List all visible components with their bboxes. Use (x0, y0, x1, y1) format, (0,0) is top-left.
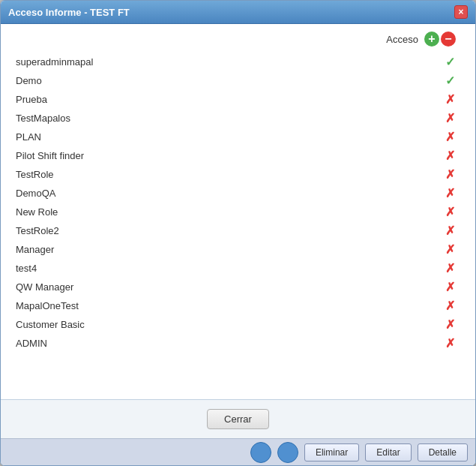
dialog-footer: Cerrar (1, 399, 475, 438)
detalle-button[interactable]: Detalle (418, 443, 468, 461)
table-header: Acceso + − (16, 32, 460, 50)
role-name: Pilot Shift finder (16, 150, 439, 161)
access-status-icon: ✗ (439, 167, 460, 182)
table-row: MapalOneTest✗ (16, 296, 460, 315)
table-row: Pilot Shift finder✗ (16, 146, 460, 165)
table-row: Customer Basic✗ (16, 315, 460, 334)
access-status-icon: ✗ (439, 242, 460, 257)
access-status-icon: ✗ (439, 299, 460, 313)
bottom-blue-btn-2[interactable] (277, 442, 298, 463)
access-status-icon: ✗ (439, 205, 460, 219)
close-button[interactable]: × (454, 5, 468, 19)
access-status-icon: ✗ (439, 317, 460, 332)
access-status-icon: ✗ (439, 261, 460, 275)
table-row: Demo✓ (16, 71, 460, 90)
cross-icon: ✗ (445, 149, 455, 162)
role-name: Customer Basic (16, 319, 439, 330)
cross-icon: ✗ (445, 224, 455, 237)
editar-button[interactable]: Editar (365, 443, 411, 461)
role-name: TestMapalos (16, 113, 439, 124)
table-row: TestMapalos✗ (16, 109, 460, 128)
roles-list: superadminmapal✓Demo✓Prueba✗TestMapalos✗… (16, 53, 460, 353)
table-row: Prueba✗ (16, 90, 460, 109)
cross-icon: ✗ (445, 206, 455, 218)
table-row: ADMIN✗ (16, 334, 460, 353)
cerrar-button[interactable]: Cerrar (207, 409, 269, 429)
bottom-bar: Eliminar Editar Detalle (1, 438, 475, 465)
access-status-icon: ✗ (439, 336, 460, 350)
cross-icon: ✗ (445, 112, 455, 125)
role-name: Prueba (16, 94, 439, 105)
role-name: Demo (16, 75, 439, 86)
remove-access-button[interactable]: − (441, 32, 456, 47)
bottom-blue-btn-1[interactable] (250, 442, 271, 463)
cross-icon: ✗ (445, 187, 455, 200)
add-access-button[interactable]: + (424, 32, 439, 47)
access-status-icon: ✗ (439, 149, 460, 163)
role-name: DemoQA (16, 188, 439, 199)
access-status-icon: ✗ (439, 280, 460, 294)
table-row: New Role✗ (16, 203, 460, 221)
role-name: test4 (16, 263, 439, 274)
access-status-icon: ✗ (439, 186, 460, 200)
access-status-icon: ✗ (439, 130, 460, 144)
access-status-icon: ✓ (439, 55, 460, 69)
table-row: QW Manager✗ (16, 278, 460, 296)
cross-icon: ✗ (445, 131, 455, 143)
dialog-title: Acceso Informe - TEST FT (8, 7, 130, 18)
acceso-label: Acceso (386, 34, 418, 45)
role-name: PLAN (16, 131, 439, 143)
table-row: superadminmapal✓ (16, 53, 460, 71)
eliminar-button[interactable]: Eliminar (304, 443, 359, 461)
role-name: TestRole2 (16, 225, 439, 236)
role-name: New Role (16, 206, 439, 218)
cross-icon: ✗ (445, 243, 455, 256)
access-status-icon: ✓ (439, 74, 460, 88)
role-name: superadminmapal (16, 56, 439, 68)
table-row: PLAN✗ (16, 128, 460, 146)
cross-icon: ✗ (445, 281, 455, 293)
check-icon: ✓ (445, 56, 455, 68)
dialog-container: Acceso Informe - TEST FT × Acceso + − su… (0, 0, 476, 466)
cross-icon: ✗ (445, 168, 455, 181)
role-name: TestRole (16, 169, 439, 180)
role-name: ADMIN (16, 338, 439, 349)
table-row: TestRole2✗ (16, 221, 460, 240)
cross-icon: ✗ (445, 93, 455, 106)
table-row: DemoQA✗ (16, 184, 460, 203)
access-status-icon: ✗ (439, 92, 460, 107)
cross-icon: ✗ (445, 337, 455, 350)
cross-icon: ✗ (445, 299, 455, 312)
table-row: test4✗ (16, 259, 460, 278)
role-name: QW Manager (16, 281, 439, 293)
table-row: Manager✗ (16, 240, 460, 259)
check-icon: ✓ (445, 74, 455, 87)
access-status-icon: ✗ (439, 111, 460, 125)
cross-icon: ✗ (445, 318, 455, 331)
table-row: TestRole✗ (16, 165, 460, 184)
access-status-icon: ✗ (439, 224, 460, 238)
dialog-titlebar: Acceso Informe - TEST FT × (1, 1, 475, 24)
role-name: MapalOneTest (16, 300, 439, 311)
cross-icon: ✗ (445, 262, 455, 275)
role-name: Manager (16, 244, 439, 255)
dialog-body: Acceso + − superadminmapal✓Demo✓Prueba✗T… (1, 24, 475, 399)
